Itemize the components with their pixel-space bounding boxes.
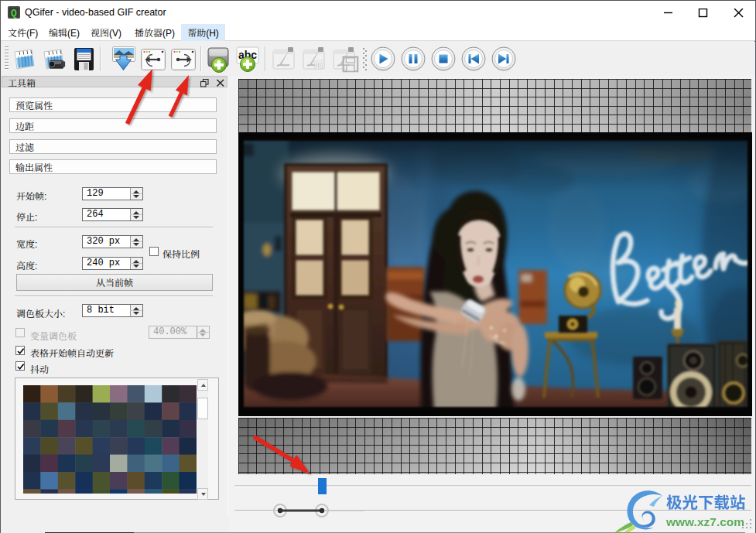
svg-text:Q: Q: [11, 8, 17, 19]
svg-text:www.xz7.com: www.xz7.com: [665, 515, 744, 528]
svg-text:极光下载站: 极光下载站: [666, 490, 746, 513]
